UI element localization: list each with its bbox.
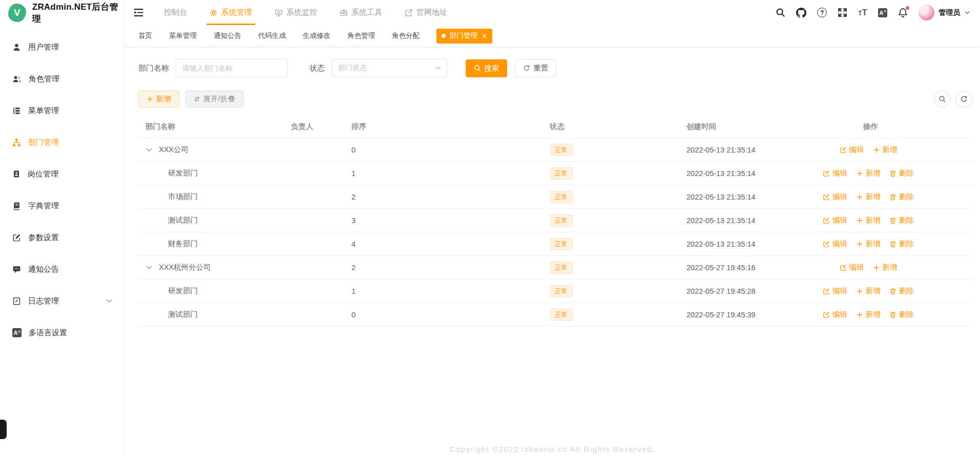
sort-arrows-icon <box>194 96 200 102</box>
plus-action-link[interactable]: 新增 <box>856 286 881 296</box>
toggle-search-button[interactable] <box>934 91 951 107</box>
created-time-cell: 2022-05-13 21:35:14 <box>682 146 764 154</box>
edit-action-link[interactable]: 编辑 <box>840 145 864 155</box>
expand-row-icon[interactable] <box>145 264 153 271</box>
translate-icon[interactable]: Ax <box>878 8 887 17</box>
edit-action-link[interactable]: 编辑 <box>823 239 847 249</box>
theme-panel-handle[interactable] <box>0 420 7 439</box>
top-nav: 控制台系统管理系统监控系统工具官网地址 <box>153 0 458 25</box>
menu-tree-icon <box>12 106 21 115</box>
search-form: 部门名称 状态 部门状态 搜索 <box>138 59 980 77</box>
reset-button[interactable]: 重置 <box>515 59 556 77</box>
edit-action-link[interactable]: 编辑 <box>823 192 847 202</box>
plus-action-link[interactable]: 新增 <box>856 168 881 178</box>
trash-action-link[interactable]: 删除 <box>889 192 914 202</box>
tag-notice[interactable]: 通知公告 <box>214 31 241 40</box>
plus-action-link[interactable]: 新增 <box>873 263 898 272</box>
logo-row[interactable]: V ZRAdmin.NET后台管理 <box>0 0 124 25</box>
sidebar-item-translate[interactable]: Ax多语言设置 <box>0 317 124 349</box>
sidebar-item-user[interactable]: 用户管理 <box>0 31 124 63</box>
trash-icon <box>889 311 896 318</box>
sidebar-item-users[interactable]: 角色管理 <box>0 63 124 95</box>
sidebar-item-book[interactable]: 字典管理 <box>0 190 124 222</box>
nav-item-label: 系统管理 <box>221 8 252 17</box>
tag-label: 角色管理 <box>347 32 375 39</box>
avatar[interactable] <box>919 5 934 20</box>
nav-item-monitor[interactable]: 系统监控 <box>263 0 328 25</box>
status-cell: 正常 <box>546 167 682 180</box>
action-label: 删除 <box>899 215 914 225</box>
sidebar-item-log[interactable]: 日志管理 <box>0 285 124 317</box>
sort-cell: 4 <box>347 240 546 248</box>
notification-bell-icon[interactable] <box>898 8 908 17</box>
user-name: 管理员 <box>939 8 960 17</box>
tag-role-assign[interactable]: 角色分配 <box>392 31 420 40</box>
actions-cell: 编辑新增删除 <box>764 168 972 178</box>
tag-home[interactable]: 首页 <box>138 31 152 40</box>
status-cell: 正常 <box>546 238 682 250</box>
fullscreen-icon[interactable] <box>838 8 847 17</box>
nav-item-label: 系统监控 <box>286 8 317 17</box>
plus-action-link[interactable]: 新增 <box>856 310 881 319</box>
edit-action-link[interactable]: 编辑 <box>840 263 864 272</box>
nav-item-system[interactable]: 系统管理 <box>198 0 263 25</box>
dept-name-cell: 研发部门 <box>138 168 287 178</box>
expand-collapse-button[interactable]: 展开/折叠 <box>185 91 243 107</box>
status-badge: 正常 <box>550 191 573 203</box>
tag-role[interactable]: 角色管理 <box>347 31 375 40</box>
plus-action-link[interactable]: 新增 <box>856 239 881 249</box>
plus-action-link[interactable]: 新增 <box>856 215 881 225</box>
plus-action-link[interactable]: 新增 <box>856 192 881 202</box>
search-icon[interactable] <box>776 8 785 17</box>
trash-action-link[interactable]: 删除 <box>889 239 914 249</box>
nav-item-console[interactable]: 控制台 <box>153 0 198 25</box>
search-button[interactable]: 搜索 <box>466 59 507 77</box>
sidebar-item-org-tree[interactable]: 部门管理 <box>0 126 124 158</box>
table-body: XXX公司0正常2022-05-13 21:35:14编辑新增研发部门1正常20… <box>138 138 972 327</box>
edit-action-link[interactable]: 编辑 <box>823 215 847 225</box>
user-menu[interactable]: 管理员 <box>919 5 971 20</box>
sidebar: V ZRAdmin.NET后台管理 用户管理角色管理菜单管理部门管理岗位管理字典… <box>0 0 124 456</box>
trash-action-link[interactable]: 删除 <box>889 215 914 225</box>
sidebar-item-id-badge[interactable]: 岗位管理 <box>0 158 124 190</box>
column-header-1: 负责人 <box>287 122 347 132</box>
nav-item-website[interactable]: 官网地址 <box>393 0 458 25</box>
tag-gen-edit[interactable]: 生成修改 <box>303 31 330 40</box>
trash-action-link[interactable]: 删除 <box>889 310 914 319</box>
collapse-sidebar-icon[interactable] <box>124 7 153 18</box>
status-select[interactable]: 部门状态 <box>331 59 447 77</box>
table-tools <box>934 91 972 107</box>
dept-name-input[interactable] <box>176 59 287 77</box>
action-label: 删除 <box>899 310 914 319</box>
tag-menu[interactable]: 菜单管理 <box>169 31 197 40</box>
add-button[interactable]: 新增 <box>138 91 179 107</box>
dept-name: 测试部门 <box>168 310 198 319</box>
plus-action-link[interactable]: 新增 <box>873 145 898 155</box>
sort-cell: 1 <box>347 287 546 295</box>
sidebar-item-message[interactable]: 通知公告 <box>0 253 124 285</box>
tag-codegen[interactable]: 代码生成 <box>258 31 286 40</box>
trash-action-link[interactable]: 删除 <box>889 286 914 296</box>
table-header: 部门名称负责人排序状态创建时间操作 <box>138 116 972 138</box>
edit-action-link[interactable]: 编辑 <box>823 286 847 296</box>
table-row: 测试部门3正常2022-05-13 21:35:14编辑新增删除 <box>138 209 972 232</box>
trash-action-link[interactable]: 删除 <box>889 168 914 178</box>
edit-icon <box>823 241 830 248</box>
tag-dept[interactable]: 部门管理✕ <box>436 29 492 44</box>
tags-bar: 首页菜单管理通知公告代码生成生成修改角色管理角色分配部门管理✕ <box>124 25 980 47</box>
close-tag-icon[interactable]: ✕ <box>482 33 487 39</box>
edit-action-link[interactable]: 编辑 <box>823 168 847 178</box>
nav-item-tools[interactable]: 系统工具 <box>328 0 393 25</box>
sidebar-item-menu-tree[interactable]: 菜单管理 <box>0 95 124 126</box>
dept-name-label: 部门名称 <box>138 63 169 73</box>
github-icon[interactable] <box>796 8 806 18</box>
edit-action-link[interactable]: 编辑 <box>823 310 847 319</box>
edit-icon <box>823 170 830 177</box>
column-header-3: 状态 <box>546 122 682 132</box>
sidebar-item-edit-square[interactable]: 参数设置 <box>0 222 124 253</box>
refresh-table-button[interactable] <box>955 91 972 107</box>
help-icon[interactable]: ? <box>817 8 827 17</box>
font-size-icon[interactable]: TT <box>858 8 867 17</box>
sort-cell: 1 <box>347 169 546 178</box>
expand-row-icon[interactable] <box>145 146 153 154</box>
